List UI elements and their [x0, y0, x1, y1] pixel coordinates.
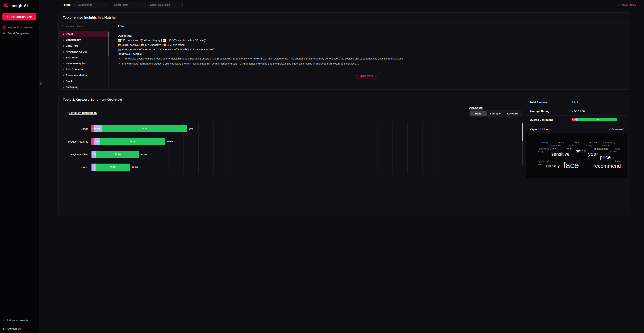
subtopic-item-skin-type[interactable]: #Skin Type: [59, 55, 110, 60]
subtopic-item-effect[interactable]: #Effect: [59, 31, 110, 37]
sentiment-card: Topic & Keyword Sentiment Overview /Sent…: [58, 95, 322, 166]
bar-segment-neutral: 8.2%: [92, 151, 96, 158]
sidebar: InsightAI Ask InsightAI Chat Key Topics …: [0, 0, 39, 166]
chevron-down-icon: [141, 4, 143, 6]
subtopic-label: Effect: [66, 33, 73, 35]
bar-segment-positive: 88.2%: [100, 138, 166, 145]
subtopic-label: Recommendation: [66, 74, 87, 77]
main-content: Topic-related Insights in a Nutshell #Ef…: [39, 10, 322, 166]
stacked-bar[interactable]: 88.1%: [91, 164, 130, 166]
ask-chat-button[interactable]: Ask InsightAI Chat: [2, 13, 36, 20]
hash-icon: #: [63, 44, 64, 47]
subtopic-item-packaging[interactable]: #Packaging: [59, 84, 110, 89]
app-title: InsightAI: [10, 3, 28, 8]
subtopic-label: Body Part: [66, 44, 78, 47]
sidebar-item-key-topics-overview[interactable]: Key Topics Overview: [0, 25, 39, 30]
stacked-bar[interactable]: 8.6%88.7%: [91, 125, 187, 132]
hash-icon: #: [63, 38, 64, 41]
subtopic-item-skin-concerns[interactable]: #Skin Concerns: [59, 66, 110, 72]
ask-chat-label: Ask InsightAI Chat: [10, 15, 32, 18]
sidebar-item-label: Key Topics Overview: [8, 26, 33, 29]
insights-card-body: #Effect#Consistency#Body Part#Frequency …: [59, 22, 322, 89]
sidebar-item-brand-comparison[interactable]: Brand Comparison: [0, 30, 39, 36]
sidebar-item-label: Brand Comparison: [8, 32, 30, 35]
bar-total-label: 32.1%: [141, 153, 147, 156]
detail-header: # Effect: [110, 23, 322, 30]
search-icon: [62, 25, 64, 28]
chevron-down-icon: [103, 4, 105, 6]
filters-label: Filters: [62, 3, 71, 6]
subtopic-item-frequency-of-use[interactable]: #Frequency Of Use: [59, 49, 110, 55]
bar-total-label: 49.6%: [167, 140, 174, 143]
hash-icon: #: [63, 62, 64, 65]
chart-row: Health88.1%26.1%: [63, 161, 322, 166]
bar-segment-positive: 88.7%: [102, 125, 187, 132]
insight-bullets: The reviews overwhelmingly focus on the …: [122, 57, 322, 65]
subtopic-panel: #Effect#Consistency#Body Part#Frequency …: [59, 23, 110, 89]
stacked-bar[interactable]: 8.2%88.9%: [91, 151, 139, 158]
bar-area: 88.1%26.1%: [91, 164, 322, 166]
chart-category-label: Usage: [63, 127, 91, 130]
subtopic-label: Packaging: [66, 86, 78, 88]
sidebar-collapse-handle[interactable]: ‹: [39, 81, 42, 86]
subtopic-search: [59, 23, 110, 30]
scrollbar-thumb[interactable]: [108, 32, 109, 56]
hash-icon: #: [63, 74, 64, 77]
subtopic-item-recommendation[interactable]: #Recommendation: [59, 72, 110, 78]
select-topics-value: Select topics: [114, 3, 128, 6]
bar-segment-neutral: 8.2%: [94, 138, 100, 145]
subtopic-list-scrollbar[interactable]: [108, 32, 109, 88]
grid-icon: [3, 26, 6, 29]
bar-negative-label: 2.7%: [92, 127, 96, 130]
subtopic-label: Skin Concerns: [66, 68, 84, 71]
stacked-bar[interactable]: 8.2%88.2%: [91, 138, 166, 145]
select-topics[interactable]: Select topics: [112, 2, 146, 8]
red-slash-decoration: /: [67, 111, 68, 114]
bar-segment-negative: [91, 138, 94, 145]
chart-category-label: Health: [63, 166, 91, 167]
sentiment-chart: Usage8.6%88.7%2.7%64%Product Features8.2…: [63, 122, 322, 166]
subtopic-item-smell[interactable]: #Smell: [59, 78, 110, 84]
bar-segment-negative: [91, 151, 92, 158]
bar-total-label: 26.1%: [132, 166, 138, 167]
select-brands[interactable]: Select brands: [74, 2, 108, 8]
subtopic-label: Frequency Of Use: [66, 50, 87, 53]
insight-bullet: Many reviews highlight the product's abi…: [122, 62, 322, 65]
subtopic-item-consistency[interactable]: #Consistency: [59, 37, 110, 43]
hash-icon: #: [63, 33, 64, 35]
bar-area: 8.6%88.7%2.7%64%: [91, 125, 322, 132]
subtopic-item-body-part[interactable]: #Body Part: [59, 43, 110, 49]
subtopic-list: #Effect#Consistency#Body Part#Frequency …: [59, 30, 110, 89]
subtopic-detail-panel: # Effect QuickStats: 📊3581 mentions | 🏆 …: [110, 23, 322, 89]
themes-label: Insights & Themes:: [118, 52, 322, 56]
collapse-chevron: ‹: [40, 82, 41, 85]
quickstats-line-3: 👥 1147 mentions of "moisturize" | 796 me…: [118, 47, 322, 52]
hash-icon: #: [114, 25, 116, 28]
insights-card-title: Topic-related Insights in a Nutshell: [59, 12, 322, 22]
bar-segment-positive: 88.9%: [96, 151, 139, 158]
chart-row: Usage8.6%88.7%2.7%64%: [63, 122, 322, 135]
date-range-input[interactable]: [148, 2, 182, 8]
quickstats-line-1: 📊3581 mentions | 🏆 #1 in category | 📈 ↑ …: [118, 38, 322, 42]
hash-icon: #: [63, 50, 64, 53]
subtopic-search-input[interactable]: [66, 25, 107, 28]
subtopic-label: Smell: [66, 80, 72, 82]
bar-segment-neutral: [92, 164, 96, 166]
sentiment-distribution-label: /Sentiment Distribution: [67, 111, 97, 115]
chart-row: Product Features8.2%88.2%49.6%: [63, 135, 322, 148]
app-logo[interactable]: InsightAI: [0, 0, 39, 11]
quickstats-label: QuickStats:: [118, 33, 322, 38]
quickstats-line-2: 😊 90.8% positive | 😠 1.8% negative | ⭐ 4…: [118, 43, 322, 47]
select-brands-value: Select brands: [77, 3, 92, 6]
chart-category-label: Buying Habbits: [63, 153, 91, 156]
sidebar-nav: Key Topics Overview Brand Comparison: [0, 22, 39, 38]
detail-body: QuickStats: 📊3581 mentions | 🏆 #1 in cat…: [110, 30, 322, 79]
filters-bar: Filters Select brands Select topics Clea…: [39, 0, 322, 10]
subtopic-item-value-perception[interactable]: #Value Perception: [59, 60, 110, 66]
subtopic-label: Skin Type: [66, 56, 78, 59]
subtopic-label: Consistency: [66, 38, 81, 41]
sentiment-card-title: Topic & Keyword Sentiment Overview: [63, 98, 322, 102]
hash-icon: #: [63, 68, 64, 71]
insightai-logo-icon: [3, 3, 9, 9]
bar-area: 8.2%88.9%32.1%: [91, 151, 322, 158]
